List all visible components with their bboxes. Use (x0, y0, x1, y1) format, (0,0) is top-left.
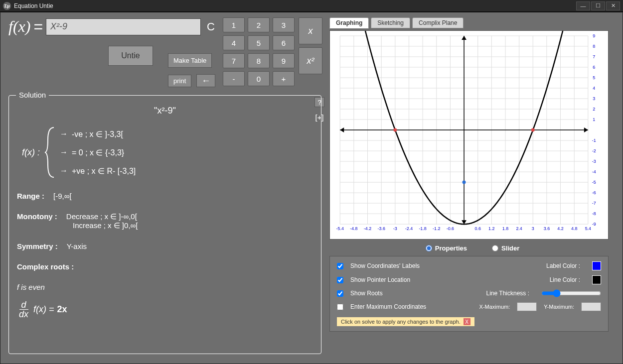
svg-text:-3: -3 (393, 226, 397, 231)
svg-point-79 (531, 128, 535, 132)
svg-text:2: 2 (593, 107, 595, 112)
svg-point-78 (393, 128, 397, 132)
hint-text: Click on solve to apply any changes to t… (341, 319, 461, 325)
key-2[interactable]: 2 (248, 17, 270, 32)
monotony-decrease: Decrease ; x ∈ ]-∞,0[ (66, 212, 137, 221)
radio-slider[interactable]: Slider (492, 244, 519, 252)
range-value: [-9,∞[ (53, 192, 72, 200)
range-label: Range : (17, 192, 44, 200)
svg-text:3: 3 (532, 226, 534, 231)
svg-text:7: 7 (593, 54, 595, 59)
svg-text:8: 8 (593, 44, 595, 49)
key-7[interactable]: 7 (223, 53, 245, 68)
svg-text:-1: -1 (592, 138, 596, 143)
label-color-label: Label Color : (530, 262, 580, 269)
key-4[interactable]: 4 (223, 35, 245, 50)
tab-sketching[interactable]: Sketching (371, 17, 410, 28)
svg-text:-8: -8 (592, 211, 596, 216)
tab-complex-plane[interactable]: Complix Plane (412, 17, 464, 28)
svg-marker-38 (340, 127, 344, 132)
tab-graphing[interactable]: Graphing (329, 17, 369, 28)
print-button[interactable]: print (168, 75, 191, 87)
svg-text:0.6: 0.6 (474, 226, 480, 231)
label-color-swatch[interactable] (592, 261, 601, 270)
svg-marker-37 (584, 127, 588, 132)
line-color-label: Line Color : (530, 276, 580, 283)
svg-text:-4.2: -4.2 (364, 226, 371, 231)
checkbox-enter-max[interactable] (337, 304, 343, 310)
key-5[interactable]: 5 (248, 35, 270, 50)
key-x-squared[interactable]: x² (299, 47, 322, 74)
svg-text:-0.6: -0.6 (447, 226, 454, 231)
hint-close-button[interactable]: X (464, 318, 470, 325)
key-1[interactable]: 1 (223, 17, 245, 32)
complex-roots-label: Complex roots : (17, 262, 74, 271)
svg-text:2.4: 2.4 (516, 226, 522, 231)
svg-text:-2: -2 (592, 148, 596, 153)
svg-text:5: 5 (593, 75, 595, 80)
svg-text:-1.2: -1.2 (433, 226, 440, 231)
titlebar: Σμ Equation Untie — ☐ ✕ (0, 0, 623, 12)
brace-icon (45, 125, 57, 180)
symmetry-value: Y-axis (67, 242, 87, 250)
svg-text:1.2: 1.2 (488, 226, 494, 231)
svg-text:-4: -4 (592, 169, 596, 174)
line-thickness-label: Line Thickness : (479, 290, 529, 297)
svg-text:6: 6 (593, 65, 595, 70)
clear-button[interactable]: C (207, 20, 215, 33)
svg-text:4.2: 4.2 (557, 226, 563, 231)
equals-label: = (33, 17, 43, 36)
graph-canvas[interactable]: -5.4-4.8-4.2-3.6-3-2.4-1.8-1.2-0.60.61.2… (329, 30, 609, 240)
key-minus[interactable]: - (223, 71, 245, 86)
minimize-button[interactable]: — (576, 1, 590, 10)
line-color-swatch[interactable] (592, 275, 601, 284)
svg-text:-6: -6 (592, 190, 596, 195)
svg-text:3: 3 (593, 96, 595, 101)
case-positive: +ve ; x ∈ R- [-3,3] (60, 166, 136, 176)
key-0[interactable]: 0 (248, 71, 270, 86)
close-button[interactable]: ✕ (606, 1, 620, 10)
make-table-button[interactable]: Make Table (168, 53, 212, 68)
key-plus[interactable]: + (273, 71, 295, 86)
maximize-button[interactable]: ☐ (591, 1, 605, 10)
parity-text: f is even (17, 283, 313, 291)
checkbox-show-roots[interactable] (337, 290, 343, 297)
case-negative: -ve ; x ∈ ]-3,3[ (60, 129, 136, 139)
solution-title: "x²-9" (17, 106, 313, 116)
key-6[interactable]: 6 (273, 35, 295, 50)
function-input[interactable] (46, 18, 201, 35)
radio-properties[interactable]: Properties (426, 244, 467, 252)
svg-text:1: 1 (593, 117, 595, 122)
svg-point-80 (463, 181, 466, 184)
backspace-button[interactable]: ← (196, 74, 215, 87)
key-9[interactable]: 9 (273, 53, 295, 68)
checkbox-show-coordinates[interactable] (337, 263, 343, 269)
svg-text:1.8: 1.8 (502, 226, 508, 231)
checkbox-show-pointer[interactable] (337, 277, 343, 283)
hint-bar: Click on solve to apply any changes to t… (337, 317, 474, 326)
symmetry-label: Symmetry : (17, 242, 58, 250)
show-coordinates-label: Show Coordinates' Labels (350, 262, 523, 269)
y-maximum-input[interactable] (581, 302, 601, 311)
svg-text:-4.8: -4.8 (350, 226, 357, 231)
derivative-value: 2x (57, 304, 67, 315)
key-8[interactable]: 8 (248, 53, 270, 68)
monotony-label: Monotony : (17, 212, 57, 221)
svg-text:5.4: 5.4 (585, 226, 591, 231)
derivative-fx: f(x) = (33, 304, 54, 315)
svg-text:-7: -7 (592, 201, 596, 206)
svg-text:3.6: 3.6 (544, 226, 550, 231)
case-zero: = 0 ; x ∈ {-3,3} (60, 148, 136, 157)
svg-text:-3: -3 (592, 159, 596, 164)
x-maximum-input[interactable] (517, 302, 537, 311)
y-maximum-label: Y-Maximum: (544, 304, 574, 310)
show-roots-label: Show Roots (350, 290, 472, 297)
solution-panel: Solution "x²-9" f(x) : -ve ; x ∈ ]-3,3[ … (8, 95, 321, 354)
show-pointer-label: Show Pointer Location (350, 276, 523, 283)
key-x[interactable]: x (299, 17, 322, 44)
untie-button[interactable]: Untie (108, 46, 153, 66)
svg-text:-2.4: -2.4 (405, 226, 413, 231)
key-3[interactable]: 3 (273, 17, 295, 32)
svg-marker-40 (462, 36, 467, 40)
line-thickness-slider[interactable] (541, 289, 601, 297)
